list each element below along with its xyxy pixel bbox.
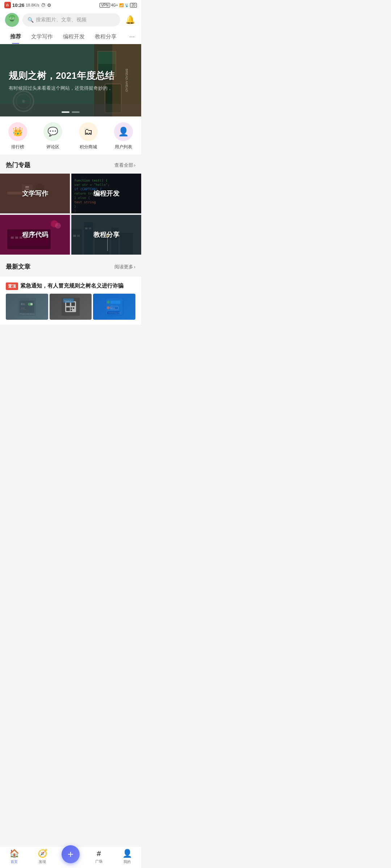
latest-articles-header: 最新文章 阅读更多 › bbox=[0, 256, 141, 275]
users-icon: 👤 bbox=[118, 127, 129, 137]
pinned-article[interactable]: 置顶紧急通知，有人冒充规则之树名义进行诈骗 bbox=[0, 277, 141, 294]
tab-coding[interactable]: 编程开发 bbox=[58, 30, 90, 44]
article-thumb-2: 可以交了！ bbox=[50, 294, 92, 320]
latest-articles-title: 最新文章 bbox=[6, 263, 30, 271]
quick-item-shop[interactable]: 🗂 积分商城 bbox=[79, 122, 98, 150]
article-thumb-1: 通知 Photos and videos 3 bbox=[6, 294, 48, 320]
thumb-2-svg: 可以交了！ bbox=[62, 298, 80, 316]
quick-item-users[interactable]: 👤 用户列表 bbox=[114, 122, 133, 150]
app-logo-icon: 白 bbox=[4, 2, 11, 8]
shop-icon: 🗂 bbox=[84, 127, 93, 137]
quick-item-ranking[interactable]: 👑 排行榜 bbox=[8, 122, 27, 150]
users-icon-circle: 👤 bbox=[114, 122, 133, 141]
clock-icon: ⏱ bbox=[41, 3, 46, 8]
hot-topics-title: 热门专题 bbox=[6, 161, 30, 169]
quick-item-comment[interactable]: 💬 评论区 bbox=[43, 122, 62, 150]
svg-text:3.9 KB data file: 3.9 KB data file bbox=[108, 312, 121, 314]
svg-point-4 bbox=[10, 18, 11, 19]
ranking-label: 排行榜 bbox=[11, 144, 24, 150]
svg-point-74 bbox=[107, 306, 110, 309]
pinned-badge: 置顶 bbox=[6, 282, 18, 290]
topic-label-tutorial: 教程分享 bbox=[71, 215, 141, 255]
comment-icon: 💬 bbox=[47, 127, 58, 137]
svg-point-5 bbox=[13, 18, 14, 19]
thumb-3-inner: WOC 3.9 KB data file bbox=[93, 294, 135, 320]
header: 🔍 搜索图片、文章、视频 🔔 bbox=[0, 10, 141, 30]
signal-icon: 📶 bbox=[119, 3, 123, 7]
avatar[interactable] bbox=[5, 13, 19, 27]
banner[interactable]: 规则之树，2021年度总结 有时候回过头来看看这个网站，还觉得挺奇妙的， BRE… bbox=[0, 44, 141, 116]
search-icon: 🔍 bbox=[28, 17, 34, 23]
topic-label-coding: 编程开发 bbox=[71, 174, 141, 213]
comment-icon-circle: 💬 bbox=[43, 122, 62, 141]
tabs-bar: 推荐 文学写作 编程开发 教程分享 ··· bbox=[0, 30, 141, 44]
shop-icon-circle: 🗂 bbox=[79, 122, 98, 141]
tabs-more-button[interactable]: ··· bbox=[128, 30, 136, 43]
topic-card-coding[interactable]: function test() { var str = "hello"; if … bbox=[71, 174, 141, 213]
svg-rect-67 bbox=[71, 310, 72, 311]
status-time: 10:26 bbox=[12, 3, 24, 8]
svg-rect-73 bbox=[110, 301, 121, 304]
read-more-link[interactable]: 阅读更多 › bbox=[114, 264, 135, 270]
svg-rect-66 bbox=[73, 307, 74, 309]
banner-deco-right: BREAD AHEAD bbox=[112, 44, 141, 116]
svg-rect-63 bbox=[71, 302, 75, 306]
topic-label-literature: 文学写作 bbox=[0, 174, 70, 213]
pinned-article-title: 置顶紧急通知，有人冒充规则之树名义进行诈骗 bbox=[6, 282, 135, 290]
search-bar[interactable]: 🔍 搜索图片、文章、视频 bbox=[22, 13, 120, 26]
svg-text:Photos and videos 3: Photos and videos 3 bbox=[20, 313, 36, 315]
chevron-right-icon: › bbox=[134, 163, 135, 168]
topics-grid: 文学写作 function test() { var str = "hello"… bbox=[0, 174, 141, 256]
banner-dot-2 bbox=[72, 111, 80, 113]
svg-text:WOC: WOC bbox=[111, 307, 115, 309]
status-right: VPN 4G+ 📶 📡 20 bbox=[100, 3, 137, 8]
avatar-image bbox=[5, 13, 19, 27]
settings-icon: ⚙ bbox=[47, 3, 51, 8]
quick-icons: 👑 排行榜 💬 评论区 🗂 积分商城 👤 用户列表 bbox=[0, 116, 141, 154]
battery-icon: 20 bbox=[130, 3, 137, 8]
search-placeholder-text: 搜索图片、文章、视频 bbox=[36, 17, 87, 23]
hot-topics-see-all[interactable]: 查看全部 › bbox=[114, 162, 135, 169]
wifi-icon: 📡 bbox=[125, 3, 129, 7]
topic-label-program: 程序代码 bbox=[0, 215, 70, 255]
latest-articles-section: 最新文章 阅读更多 › 置顶紧急通知，有人冒充规则之树名义进行诈骗 通知 bbox=[0, 256, 141, 325]
svg-rect-58 bbox=[21, 309, 27, 310]
users-label: 用户列表 bbox=[115, 144, 132, 150]
svg-rect-57 bbox=[21, 308, 25, 309]
status-bar: 白 10:26 18.8K/s ⏱ ⚙ VPN 4G+ 📶 📡 20 bbox=[0, 0, 141, 10]
svg-rect-62 bbox=[66, 302, 70, 306]
svg-point-56 bbox=[30, 303, 33, 305]
article-thumb-3: WOC 3.9 KB data file bbox=[93, 294, 135, 320]
banner-dot-1 bbox=[62, 111, 70, 113]
topic-card-tutorial[interactable]: 教程分享 bbox=[71, 215, 141, 255]
tab-literature[interactable]: 文学写作 bbox=[26, 30, 58, 44]
status-speed: 18.8K/s bbox=[26, 3, 39, 7]
shop-label: 积分商城 bbox=[80, 144, 97, 150]
vpn-label: VPN bbox=[100, 3, 110, 8]
carrier-label: 4G+ bbox=[111, 3, 118, 7]
hot-topics-section: 热门专题 查看全部 › 文学写作 bbox=[0, 154, 141, 256]
banner-background: 规则之树，2021年度总结 有时候回过头来看看这个网站，还觉得挺奇妙的， BRE… bbox=[0, 44, 141, 116]
banner-dots bbox=[62, 111, 80, 113]
svg-point-72 bbox=[107, 301, 110, 303]
thumb-1-svg: 通知 Photos and videos 3 bbox=[18, 298, 36, 316]
thumb-2-inner: 可以交了！ bbox=[50, 294, 92, 320]
topic-card-literature[interactable]: 文学写作 bbox=[0, 174, 70, 213]
tab-tutorial[interactable]: 教程分享 bbox=[90, 30, 122, 44]
hot-topics-header: 热门专题 查看全部 › bbox=[0, 154, 141, 174]
topic-card-program[interactable]: 程序代码 bbox=[0, 215, 70, 255]
comment-label: 评论区 bbox=[46, 144, 59, 150]
svg-rect-53 bbox=[20, 301, 34, 313]
svg-text:通知: 通知 bbox=[21, 303, 25, 305]
thumb-3-svg: WOC 3.9 KB data file bbox=[105, 298, 123, 316]
status-left: 白 10:26 18.8K/s ⏱ ⚙ bbox=[4, 2, 51, 8]
read-more-chevron-icon: › bbox=[134, 264, 135, 269]
tab-recommend[interactable]: 推荐 bbox=[5, 30, 26, 44]
ranking-icon-circle: 👑 bbox=[8, 122, 27, 141]
svg-text:可以交了！: 可以交了！ bbox=[64, 300, 73, 302]
crown-icon: 👑 bbox=[12, 127, 23, 137]
notification-bell-icon[interactable]: 🔔 bbox=[124, 14, 136, 26]
svg-rect-65 bbox=[71, 307, 72, 309]
article-thumbnails: 通知 Photos and videos 3 bbox=[0, 294, 141, 325]
svg-rect-64 bbox=[66, 307, 70, 311]
